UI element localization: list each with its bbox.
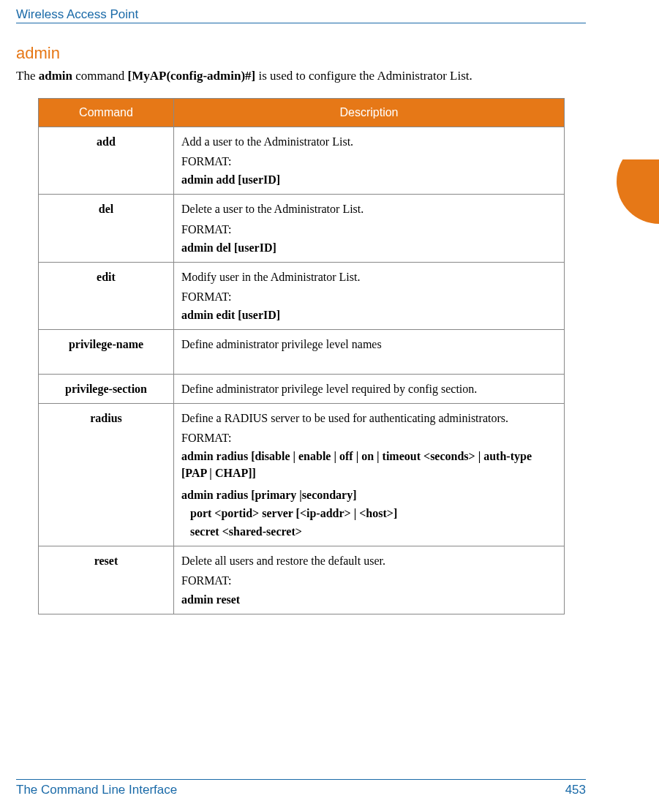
cmd-privilege-name: privilege-name [39, 330, 174, 374]
format-line: admin radius [disable | enable | off | o… [181, 448, 557, 481]
desc-radius: Define a RADIUS server to be used for au… [174, 403, 565, 546]
desc-reset: Delete all users and restore the default… [174, 546, 565, 614]
table-row: privilege-name Define administrator priv… [39, 330, 565, 374]
desc-text: Define administrator privilege level req… [181, 383, 477, 395]
desc-privilege-name: Define administrator privilege level nam… [174, 330, 565, 374]
intro-prompt: [MyAP(config-admin)#] [128, 69, 256, 83]
desc-edit: Modify user in the Administrator List. F… [174, 262, 565, 330]
footer-page-number: 453 [565, 783, 586, 797]
table-row: reset Delete all users and restore the d… [39, 546, 565, 614]
format-line: admin edit [userID] [181, 307, 557, 323]
table-row: privilege-section Define administrator p… [39, 374, 565, 403]
format-line: admin del [userID] [181, 239, 557, 256]
cmd-reset: reset [39, 546, 174, 614]
section-title: admin [16, 44, 659, 63]
intro-paragraph: The admin command [MyAP(config-admin)#] … [16, 67, 586, 85]
desc-add: Add a user to the Administrator List. FO… [174, 127, 565, 195]
format-label: FORMAT: [181, 153, 557, 170]
table-row: del Delete a user to the Administrator L… [39, 195, 565, 263]
desc-text: Add a user to the Administrator List. [181, 135, 353, 148]
footer-left: The Command Line Interface [16, 783, 177, 797]
table-row: edit Modify user in the Administrator Li… [39, 262, 565, 330]
table-header-command: Command [39, 98, 174, 127]
table-row: radius Define a RADIUS server to be used… [39, 403, 565, 546]
cmd-privilege-section: privilege-section [39, 374, 174, 403]
format-subline: port <portid> server [<ip-addr> | <host>… [181, 505, 557, 522]
page-tab-decoration [617, 159, 659, 224]
intro-mid: command [72, 69, 128, 83]
format-label: FORMAT: [181, 572, 557, 589]
admin-commands-table: Command Description add Add a user to th… [38, 98, 565, 614]
intro-pre: The [16, 69, 39, 83]
desc-text: Define administrator privilege level nam… [181, 338, 382, 350]
format-label: FORMAT: [181, 429, 557, 446]
page-footer: The Command Line Interface 453 [16, 779, 586, 797]
desc-text: Modify user in the Administrator List. [181, 271, 360, 283]
cmd-radius: radius [39, 403, 174, 546]
desc-text: Delete a user to the Administrator List. [181, 203, 364, 215]
cmd-add: add [39, 127, 174, 195]
format-line: admin reset [181, 591, 557, 608]
table-row: add Add a user to the Administrator List… [39, 127, 565, 195]
desc-text: Delete all users and restore the default… [181, 555, 385, 567]
format-label: FORMAT: [181, 288, 557, 305]
table-header-description: Description [174, 98, 565, 127]
cmd-edit: edit [39, 262, 174, 330]
intro-post: is used to configure the Administrator L… [255, 69, 472, 83]
format-line: admin radius [primary |secondary] [181, 486, 557, 503]
desc-text: Define a RADIUS server to be used for au… [181, 412, 508, 424]
format-label: FORMAT: [181, 221, 557, 238]
desc-del: Delete a user to the Administrator List.… [174, 195, 565, 263]
page-header: Wireless Access Point [16, 7, 586, 23]
desc-privilege-section: Define administrator privilege level req… [174, 374, 565, 403]
cmd-del: del [39, 195, 174, 263]
format-subline: secret <shared-secret> [181, 523, 557, 540]
intro-command: admin [39, 69, 72, 83]
format-line: admin add [userID] [181, 171, 557, 188]
